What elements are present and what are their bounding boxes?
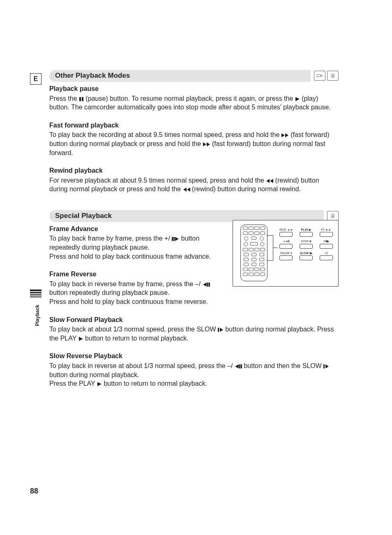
remote-outline [240, 225, 267, 281]
body-text: To play back frame by frame, press the +… [49, 234, 214, 252]
svg-rect-9 [332, 216, 334, 216]
subsection-title: Frame Advance [49, 225, 214, 234]
svg-point-8 [332, 215, 333, 215]
slow-forward-icon [218, 327, 224, 332]
remote-mode-icon [327, 211, 339, 221]
subsection-frame-reverse: Frame Reverse To play back in reverse fr… [49, 270, 214, 306]
body-text: For reverse playback at about 9.5 times … [49, 176, 339, 194]
body-text: Press and hold to play back continuous f… [49, 252, 214, 261]
text: To play back the recording at about 9.5 … [49, 131, 281, 138]
svg-point-2 [332, 75, 333, 75]
body-text: Press the PLAY button to return to norma… [49, 379, 339, 388]
text: button and then the SLOW [244, 362, 323, 369]
svg-rect-3 [332, 76, 334, 76]
fast-forward-icon [203, 142, 210, 147]
body-text: Press and hold to play back continuous f… [49, 297, 214, 306]
remote-button-legend: REW ◄◄ PLAY ▶ FF ►► –/◄Ⅱ STOP ■ +/Ⅱ▶ PAU… [277, 228, 335, 263]
legend-label: ×2 [325, 252, 328, 255]
frame-advance-icon [172, 236, 179, 241]
subsection-frame-advance: Frame Advance To play back frame by fram… [49, 225, 214, 261]
rewind-icon [266, 178, 273, 183]
side-marker-lines [30, 290, 42, 298]
section-header-other-playback: Other Playback Modes [49, 70, 339, 82]
slow-forward-icon [323, 364, 329, 369]
subsection-title: Rewind playback [49, 166, 339, 175]
frame-reverse-icon [235, 364, 242, 369]
svg-rect-13 [207, 283, 208, 287]
text: button to return to normal playback. [104, 380, 207, 387]
svg-rect-18 [323, 364, 325, 368]
text: button during normal playback. [49, 371, 139, 378]
body-text: To play back the recording at about 9.5 … [49, 130, 339, 157]
text: (rewind) button during normal rewind. [192, 185, 301, 192]
subsection-playback-pause: Playback pause Press the (pause) button.… [49, 84, 339, 112]
section-title: Other Playback Modes [49, 70, 311, 82]
page-number: 88 [30, 486, 38, 496]
legend-label: –/ [283, 240, 285, 243]
legend-label: FF [321, 228, 325, 231]
body-text: To play back in reverse frame by frame, … [49, 280, 214, 297]
legend-label: STOP [301, 240, 309, 243]
play-icon [295, 97, 300, 102]
subsection-fast-forward: Fast forward playback To play back the r… [49, 121, 339, 157]
svg-rect-16 [239, 364, 240, 368]
svg-rect-6 [82, 97, 83, 101]
side-section-label: Playback [34, 305, 41, 326]
play-icon [78, 336, 83, 341]
legend-label: SLOW [300, 252, 309, 255]
text: button to return to normal playback. [85, 335, 189, 342]
subsection-title: Slow Forward Playback [49, 315, 339, 324]
text: To play back at about 1/3 normal speed, … [49, 326, 218, 333]
subsection-title: Frame Reverse [49, 270, 214, 279]
text: For reverse playback at about 9.5 times … [49, 177, 266, 184]
mode-icons [327, 211, 339, 221]
pause-icon [79, 97, 84, 102]
svg-rect-0 [317, 75, 321, 77]
frame-reverse-icon [203, 282, 210, 287]
remote-control-figure: REW ◄◄ PLAY ▶ FF ►► –/◄Ⅱ STOP ■ +/Ⅱ▶ PAU… [233, 220, 339, 287]
svg-rect-10 [332, 217, 334, 217]
mode-icons [314, 71, 339, 81]
body-text: To play back at about 1/3 normal speed, … [49, 325, 339, 343]
text: button repeatedly during playback pause. [49, 289, 170, 296]
subsection-slow-reverse: Slow Reverse Playback To play back in re… [49, 352, 339, 388]
legend-label: +/ [323, 240, 326, 243]
legend-label: REW [279, 228, 286, 231]
subsection-rewind: Rewind playback For reverse playback at … [49, 166, 339, 194]
svg-rect-12 [173, 237, 175, 241]
body-text: To play back in reverse at about 1/3 nor… [49, 361, 339, 379]
text: (pause) button. To resume normal playbac… [85, 95, 295, 102]
subsection-title: Fast forward playback [49, 121, 339, 130]
play-icon [97, 382, 102, 387]
legend-label: PAUSE [280, 252, 290, 255]
svg-rect-17 [241, 364, 242, 368]
subsection-title: Slow Reverse Playback [49, 352, 339, 361]
svg-rect-4 [332, 76, 334, 77]
text: Press the [49, 95, 79, 102]
text: To play back in reverse frame by frame, … [49, 280, 201, 287]
svg-rect-5 [79, 97, 81, 101]
fast-forward-icon [281, 133, 289, 138]
remote-mode-icon [327, 71, 339, 81]
svg-rect-14 [209, 283, 210, 287]
text: Press the PLAY [49, 380, 97, 387]
subsection-slow-forward: Slow Forward Playback To play back at ab… [49, 315, 339, 343]
subsection-title: Playback pause [49, 84, 339, 93]
body-text: Press the (pause) button. To resume norm… [49, 94, 339, 112]
svg-rect-11 [172, 237, 173, 241]
text: To play back in reverse at about 1/3 nor… [49, 362, 233, 369]
callout-bracket [267, 235, 273, 261]
rewind-icon [183, 187, 190, 192]
language-badge: E [30, 73, 42, 85]
legend-label: PLAY [301, 228, 309, 231]
camera-mode-icon [314, 71, 325, 81]
manual-page: E Playback 88 Other Playback Modes Playb… [0, 0, 392, 535]
svg-rect-15 [218, 328, 219, 332]
text: To play back frame by frame, press the +… [49, 235, 172, 242]
